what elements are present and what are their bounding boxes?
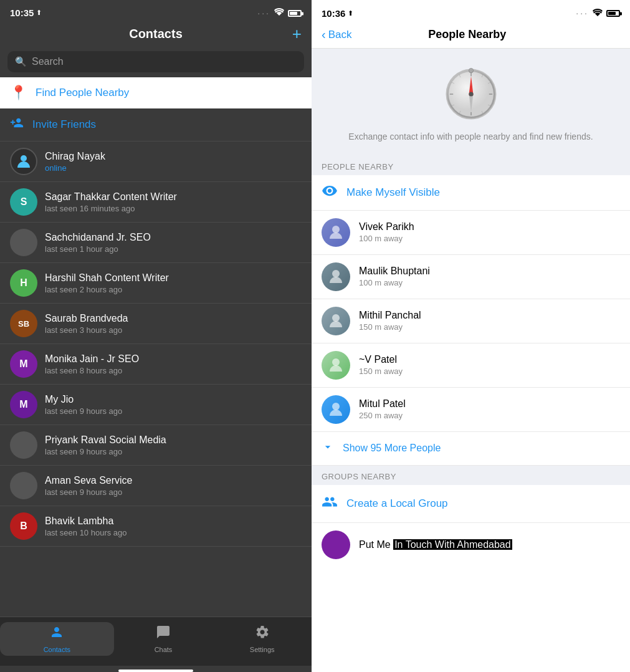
person-name: ~V Patel	[359, 354, 620, 365]
list-item[interactable]: Put Me In Touch With Ahmedabad	[312, 523, 630, 567]
add-contact-button[interactable]: +	[292, 24, 302, 44]
search-bar[interactable]: 🔍 Search	[7, 51, 304, 72]
svg-point-22	[332, 358, 340, 366]
contact-info: Harshil Shah Content Writer last seen 2 …	[45, 272, 302, 294]
right-status-icons: ···	[576, 7, 620, 19]
contact-name: Chirag Nayak	[45, 151, 302, 162]
tab-contacts[interactable]: Contacts	[0, 622, 114, 656]
back-button[interactable]: ‹ Back	[322, 27, 351, 42]
list-item[interactable]: M My Jio last seen 9 hours ago	[0, 385, 312, 425]
make-myself-visible-row[interactable]: Make Myself Visible	[312, 175, 630, 211]
settings-tab-label: Settings	[250, 646, 275, 653]
avatar	[10, 472, 37, 499]
search-placeholder: Search	[32, 56, 64, 67]
left-battery-icon	[288, 8, 302, 17]
contact-name: My Jio	[45, 394, 302, 405]
left-dots-icon: ···	[257, 8, 270, 18]
avatar: H	[10, 269, 37, 297]
contact-status: last seen 10 hours ago	[45, 528, 302, 537]
contact-info: Monika Jain - Jr SEO last seen 8 hours a…	[45, 353, 302, 375]
avatar	[10, 229, 37, 256]
person-info: ~V Patel 150 m away	[359, 354, 620, 376]
show-more-button[interactable]: Show 95 More People	[312, 432, 630, 466]
right-status-bar: 10:36 ⬆ ···	[312, 0, 630, 24]
compass-section: Exchange contact info with people nearby…	[312, 49, 630, 156]
right-battery-icon	[606, 7, 620, 19]
list-item[interactable]: B Bhavik Lambha last seen 10 hours ago	[0, 506, 312, 547]
contacts-title: Contacts	[129, 27, 183, 41]
tab-settings[interactable]: Settings	[212, 625, 312, 653]
list-item[interactable]: SB Saurab Brandveda last seen 3 hours ag…	[0, 304, 312, 344]
contact-info: Priyank Raval Social Media last seen 9 h…	[45, 434, 302, 456]
compass-icon	[443, 66, 499, 122]
avatar	[322, 307, 350, 335]
find-people-nearby-row[interactable]: 📍 Find People Nearby	[0, 77, 312, 108]
left-location-icon: ⬆	[36, 9, 42, 17]
invite-friends-row[interactable]: Invite Friends	[0, 108, 312, 142]
contact-status: last seen 9 hours ago	[45, 406, 302, 416]
make-visible-label: Make Myself Visible	[346, 186, 440, 199]
contact-info: Sachchidanand Jr. SEO last seen 1 hour a…	[45, 232, 302, 254]
people-nearby-section-header: PEOPLE NEARBY	[312, 156, 630, 175]
contact-status: last seen 8 hours ago	[45, 366, 302, 375]
person-distance: 100 m away	[359, 234, 620, 243]
list-item[interactable]: Chirag Nayak online	[0, 142, 312, 182]
person-distance: 150 m away	[359, 367, 620, 376]
bottom-tab-bar: Contacts Chats Settings	[0, 617, 312, 666]
list-item[interactable]: ~V Patel 150 m away	[312, 343, 630, 388]
list-item[interactable]: Mitul Patel 250 m away	[312, 388, 630, 432]
right-nav-bar: ‹ Back People Nearby	[312, 24, 630, 49]
avatar: B	[10, 512, 37, 540]
avatar	[322, 262, 350, 291]
right-dots-icon: ···	[576, 8, 589, 18]
contact-info: Aman Seva Service last seen 9 hours ago	[45, 475, 302, 497]
person-info: Mitul Patel 250 m away	[359, 398, 620, 420]
search-icon: 🔍	[15, 56, 27, 67]
list-item[interactable]: M Monika Jain - Jr SEO last seen 8 hours…	[0, 344, 312, 385]
list-item[interactable]: Aman Seva Service last seen 9 hours ago	[0, 466, 312, 506]
contact-status: last seen 9 hours ago	[45, 487, 302, 497]
left-time: 10:35	[10, 7, 34, 18]
person-info: Mithil Panchal 150 m away	[359, 310, 620, 332]
contact-name: Priyank Raval Social Media	[45, 434, 302, 446]
person-name: Maulik Bhuptani	[359, 266, 620, 277]
list-item[interactable]: Mithil Panchal 150 m away	[312, 299, 630, 343]
tab-chats[interactable]: Chats	[114, 625, 213, 653]
list-item[interactable]: Priyank Raval Social Media last seen 9 h…	[0, 425, 312, 466]
person-info: Maulik Bhuptani 100 m away	[359, 266, 620, 287]
contact-name: Monika Jain - Jr SEO	[45, 353, 302, 365]
contact-info: My Jio last seen 9 hours ago	[45, 394, 302, 416]
show-more-label: Show 95 More People	[343, 443, 441, 454]
put-in-touch-text: Put Me In Touch With Ahmedabad	[359, 539, 512, 550]
create-local-group-row[interactable]: Create a Local Group	[312, 485, 630, 523]
right-panel: 10:36 ⬆ ··· ‹ Back People Nearby	[312, 0, 630, 672]
avatar	[322, 218, 350, 247]
right-location-icon: ⬆	[348, 9, 353, 17]
list-item[interactable]: H Harshil Shah Content Writer last seen …	[0, 263, 312, 304]
back-chevron-icon: ‹	[322, 27, 326, 42]
person-distance: 100 m away	[359, 278, 620, 287]
contact-name: Sachchidanand Jr. SEO	[45, 232, 302, 243]
contact-status: last seen 3 hours ago	[45, 325, 302, 335]
people-nearby-list: Make Myself Visible Vivek Parikh 100 m a…	[312, 175, 630, 672]
contact-name: Aman Seva Service	[45, 475, 302, 486]
contact-status: last seen 1 hour ago	[45, 244, 302, 254]
contact-status: last seen 16 minutes ago	[45, 204, 302, 213]
contact-info: Bhavik Lambha last seen 10 hours ago	[45, 516, 302, 537]
list-item[interactable]: Maulik Bhuptani 100 m away	[312, 255, 630, 299]
avatar	[322, 351, 350, 380]
avatar: S	[10, 188, 37, 216]
svg-point-19	[332, 226, 340, 233]
person-distance: 250 m away	[359, 411, 620, 420]
list-item[interactable]: S Sagar Thakkar Content Writer last seen…	[0, 182, 312, 223]
settings-tab-icon	[255, 625, 270, 643]
left-status-bar: 10:35 ⬆ ···	[0, 0, 312, 23]
list-item[interactable]: Vivek Parikh 100 m away	[312, 211, 630, 255]
person-name: Mithil Panchal	[359, 310, 620, 321]
avatar: M	[10, 391, 37, 418]
svg-point-23	[332, 403, 340, 410]
contact-list: Chirag Nayak online S Sagar Thakkar Cont…	[0, 142, 312, 617]
groups-nearby-section-header: GROUPS NEARBY	[312, 466, 630, 485]
list-item[interactable]: Sachchidanand Jr. SEO last seen 1 hour a…	[0, 223, 312, 263]
left-status-icons: ···	[257, 8, 302, 18]
